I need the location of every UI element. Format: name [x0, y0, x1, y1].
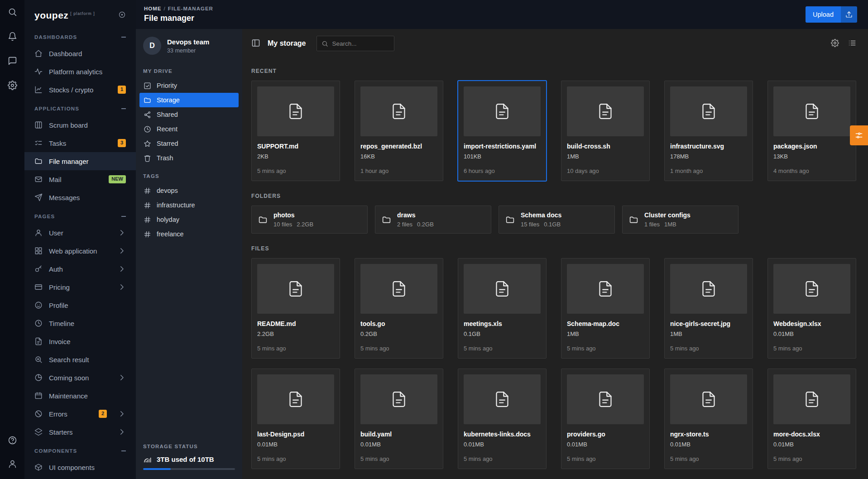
file-card[interactable]: last-Design.psd 0.01MB 5 mins ago [251, 369, 340, 469]
drive-item[interactable]: freelance [139, 227, 239, 241]
folder-card[interactable]: Cluster configs 1 files 1MB [622, 206, 739, 234]
sidebar-item[interactable]: Starters [24, 423, 136, 441]
sidebar-collapse-button[interactable] [118, 11, 126, 20]
rail-button[interactable] [8, 32, 17, 43]
sidebar-item[interactable]: Coming soon [24, 369, 136, 387]
storage-status-title: STORAGE STATUS [143, 444, 235, 449]
search-input[interactable] [332, 40, 389, 47]
rail-top-icons [8, 7, 17, 91]
file-card[interactable]: more-docs.xlsx 0.01MB 5 mins ago [767, 369, 856, 469]
file-card[interactable]: providers.go 0.01MB 5 mins ago [561, 369, 650, 469]
rail-button[interactable] [8, 7, 17, 18]
file-card[interactable]: tools.go 0.2GB 5 mins ago [355, 258, 443, 359]
folder-card[interactable]: photos 10 files 2.2GB [251, 206, 368, 234]
nav-section-header[interactable]: COMPONENTS [24, 441, 136, 458]
hash-icon [144, 216, 151, 224]
file-card[interactable]: Webdesign.xlsx 0.01MB 5 mins ago [767, 258, 856, 359]
folder-file-count: 15 files [521, 221, 539, 228]
sidebar-item[interactable]: Maintenance [24, 387, 136, 405]
rail-button[interactable] [8, 56, 17, 67]
sidebar-item[interactable]: File manager [24, 152, 136, 170]
list-icon [848, 39, 856, 47]
sidebar-item[interactable]: Platform analytics [24, 62, 136, 81]
sidebar-item[interactable]: Pricing [24, 278, 136, 296]
file-thumbnail [257, 264, 334, 314]
sidebar-item[interactable]: Dashboard [24, 44, 136, 62]
drive-item-label: Storage [157, 96, 180, 104]
drive-item-label: devops [157, 187, 178, 194]
sidebar-item-label: Web application [49, 247, 97, 255]
sidebar-item-label: Auth [49, 265, 63, 273]
panel-icon [251, 38, 260, 48]
sidebar-item[interactable]: Timeline [24, 314, 136, 332]
search-icon [8, 7, 17, 17]
file-card[interactable]: infrastructure.svg 178MB 1 month ago [664, 81, 753, 181]
tasks-icon [34, 139, 43, 147]
file-size: 13KB [773, 153, 850, 160]
sidebar-item-label: Tasks [49, 139, 66, 147]
breadcrumb-home[interactable]: HOME [144, 6, 162, 11]
nav-section-header[interactable]: PAGES [24, 206, 136, 224]
sidebar-item[interactable]: Stocks / crypto 1 [24, 81, 136, 99]
file-name: repos_generated.bzl [360, 143, 437, 150]
filter-settings-button[interactable] [850, 125, 868, 145]
file-card[interactable]: SUPPORT.md 2KB 5 mins ago [251, 81, 340, 181]
sidebar-item[interactable]: Messages [24, 188, 136, 206]
sidebar-item[interactable]: User [24, 224, 136, 242]
sidebar-item[interactable]: Errors 2 [24, 405, 136, 423]
drive-item[interactable]: Recent [139, 122, 239, 136]
sidebar-item[interactable]: Mail NEW [24, 170, 136, 188]
file-card[interactable]: kubernetes-links.docs 0.01MB 5 mins ago [458, 369, 547, 469]
folder-card[interactable]: draws 2 files 0.2GB [375, 206, 491, 234]
file-card[interactable]: nice-girls-secret.jpg 1MB 5 mins ago [664, 258, 753, 359]
file-card[interactable]: ngrx-store.ts 0.01MB 5 mins ago [664, 369, 753, 469]
sidebar-item[interactable]: Profile [24, 296, 136, 314]
chevron-right-icon [118, 374, 126, 382]
drive-item[interactable]: Priority [139, 78, 239, 93]
drive-item[interactable]: devops [139, 183, 239, 198]
sidebar-item-label: Dashboard [49, 50, 82, 57]
team-header[interactable]: D Devops team 33 member [136, 29, 242, 60]
drive-item[interactable]: Starred [139, 136, 239, 151]
file-thumbnail [773, 374, 850, 424]
drive-item[interactable]: infrastructure [139, 198, 239, 212]
toggle-panel-button[interactable] [251, 38, 260, 49]
sidebar-item[interactable]: Invoice [24, 332, 136, 350]
file-card[interactable]: packages.json 13KB 4 months ago [767, 81, 856, 181]
nav-section-header[interactable]: DASHBOARDS [24, 27, 136, 44]
rail-button[interactable] [8, 81, 17, 91]
file-card[interactable]: import-restrictions.yaml 101KB 6 hours a… [458, 81, 547, 181]
drive-item[interactable]: holyday [139, 212, 239, 227]
file-icon [596, 390, 614, 408]
upload-button[interactable]: Upload [806, 6, 857, 23]
drive-item[interactable]: Shared [139, 107, 239, 122]
rail-button[interactable] [8, 459, 17, 470]
drive-item[interactable]: Storage [139, 93, 239, 107]
sidebar-item[interactable]: Tasks 3 [24, 134, 136, 152]
settings-button[interactable] [831, 39, 839, 48]
collapse-icon [121, 108, 126, 109]
file-icon [596, 280, 614, 298]
file-card[interactable]: build-cross.sh 1MB 10 days ago [561, 81, 650, 181]
file-card[interactable]: repos_generated.bzl 16KB 1 hour ago [355, 81, 443, 181]
file-card[interactable]: meetings.xls 0.1GB 5 mins ago [458, 258, 547, 359]
file-size: 0.2GB [360, 331, 437, 337]
nav-section-header[interactable]: APPLICATIONS [24, 99, 136, 116]
drive-item[interactable]: Trash [139, 151, 239, 165]
rail-button[interactable] [8, 436, 17, 446]
sidebar-item[interactable]: UI components [24, 458, 136, 476]
sidebar-item[interactable]: Web application [24, 242, 136, 260]
file-card[interactable]: build.yaml 0.01MB 5 mins ago [355, 369, 443, 469]
file-card[interactable]: Schema-map.doc 1MB 5 mins ago [561, 258, 650, 359]
folder-card[interactable]: Schema docs 15 files 0.1GB [499, 206, 615, 234]
file-card[interactable]: README.md 2.2GB 5 mins ago [251, 258, 340, 359]
file-name: tools.go [360, 320, 437, 327]
sidebar-item[interactable]: Scrum board [24, 116, 136, 134]
chevron-right-icon [118, 265, 126, 273]
sidebar-item[interactable]: Search result [24, 350, 136, 369]
sidebar-item[interactable]: Auth [24, 260, 136, 278]
kanban-icon [34, 121, 43, 129]
list-view-button[interactable] [848, 39, 856, 48]
home-icon [34, 49, 43, 57]
file-thumbnail [360, 86, 437, 136]
